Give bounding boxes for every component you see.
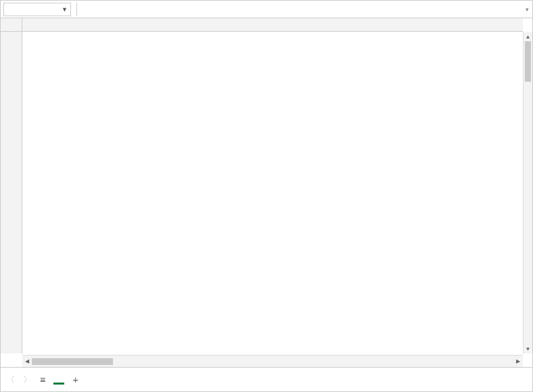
column-headers xyxy=(22,18,523,32)
name-box[interactable]: ▼ xyxy=(3,3,71,16)
all-sheets-icon[interactable]: ≡ xyxy=(40,374,45,385)
select-all-corner[interactable] xyxy=(1,18,22,32)
cells-area[interactable] xyxy=(22,32,523,353)
scroll-right-icon[interactable]: ▶ xyxy=(513,358,523,364)
scroll-up-icon[interactable]: ▲ xyxy=(524,32,532,41)
next-sheet-icon[interactable]: 〉 xyxy=(23,374,32,386)
formula-bar: ▼ ▾ xyxy=(1,1,532,18)
scroll-left-icon[interactable]: ◀ xyxy=(22,358,32,364)
scroll-down-icon[interactable]: ▼ xyxy=(524,344,532,353)
chevron-down-icon[interactable]: ▼ xyxy=(62,6,68,13)
sheet-tab-bar: 〈 〉 ≡ + xyxy=(1,367,532,391)
prev-sheet-icon[interactable]: 〈 xyxy=(6,374,15,386)
vertical-scroll-thumb[interactable] xyxy=(525,41,531,82)
horizontal-scroll-track[interactable] xyxy=(32,358,513,365)
spreadsheet-grid: ▲ ▼ ◀ ▶ xyxy=(1,18,532,367)
divider xyxy=(76,3,77,16)
sheet-tab-active[interactable] xyxy=(53,374,64,385)
add-sheet-icon[interactable]: + xyxy=(72,374,78,385)
expand-formula-icon[interactable]: ▾ xyxy=(522,6,532,13)
vertical-scrollbar[interactable]: ▲ ▼ xyxy=(523,32,532,353)
row-headers xyxy=(1,32,22,353)
horizontal-scroll-thumb[interactable] xyxy=(32,358,113,365)
horizontal-scrollbar[interactable]: ◀ ▶ xyxy=(22,355,523,367)
formula-input[interactable] xyxy=(88,3,522,16)
